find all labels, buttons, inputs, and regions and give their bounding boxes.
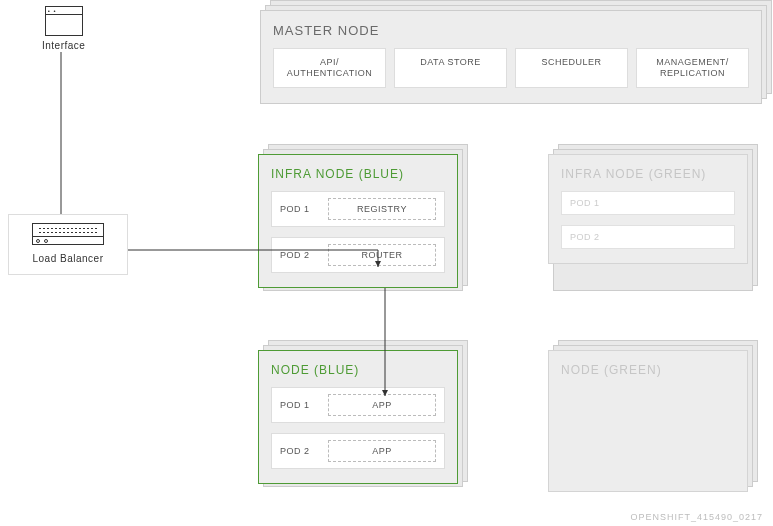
pod-row: POD 2 bbox=[561, 225, 735, 249]
pod-row: POD 1 REGISTRY bbox=[271, 191, 445, 227]
master-cell-management: MANAGEMENT/REPLICATION bbox=[636, 48, 749, 88]
pod-app-router: ROUTER bbox=[328, 244, 436, 266]
pod-row: POD 1 bbox=[561, 191, 735, 215]
infra-node-green-panel: INFRA NODE (GREEN) POD 1 POD 2 bbox=[548, 154, 748, 264]
master-cell-scheduler: SCHEDULER bbox=[515, 48, 628, 88]
pod-app: APP bbox=[328, 394, 436, 416]
pod-row: POD 1 APP bbox=[271, 387, 445, 423]
pod-app: APP bbox=[328, 440, 436, 462]
pod-label: POD 2 bbox=[280, 250, 320, 260]
pod-row: POD 2 ROUTER bbox=[271, 237, 445, 273]
master-cell-api: API/AUTHENTICATION bbox=[273, 48, 386, 88]
pod-label: POD 1 bbox=[280, 204, 320, 214]
load-balancer-icon bbox=[32, 223, 104, 247]
node-blue-panel: NODE (BLUE) POD 1 APP POD 2 APP bbox=[258, 350, 458, 484]
pod-label: POD 1 bbox=[570, 198, 610, 208]
load-balancer-block: Load Balancer bbox=[8, 214, 128, 275]
pod-label: POD 1 bbox=[280, 400, 320, 410]
node-green-panel: NODE (GREEN) bbox=[548, 350, 748, 492]
pod-app-registry: REGISTRY bbox=[328, 198, 436, 220]
interface-label: Interface bbox=[42, 40, 85, 51]
master-node-title: MASTER NODE bbox=[273, 23, 749, 38]
pod-row: POD 2 APP bbox=[271, 433, 445, 469]
pod-label: POD 2 bbox=[570, 232, 610, 242]
pod-label: POD 2 bbox=[280, 446, 320, 456]
infra-node-blue-title: INFRA NODE (BLUE) bbox=[271, 167, 445, 181]
node-green-title: NODE (GREEN) bbox=[561, 363, 735, 377]
interface-icon: • • bbox=[45, 6, 83, 36]
master-cell-datastore: DATA STORE bbox=[394, 48, 507, 88]
infra-node-blue-panel: INFRA NODE (BLUE) POD 1 REGISTRY POD 2 R… bbox=[258, 154, 458, 288]
load-balancer-label: Load Balancer bbox=[15, 253, 121, 264]
footer-id: OPENSHIFT_415490_0217 bbox=[630, 512, 763, 522]
infra-node-green-title: INFRA NODE (GREEN) bbox=[561, 167, 735, 181]
node-blue-title: NODE (BLUE) bbox=[271, 363, 445, 377]
master-node-panel: MASTER NODE API/AUTHENTICATION DATA STOR… bbox=[260, 10, 762, 104]
interface-block: • • Interface bbox=[42, 6, 85, 51]
